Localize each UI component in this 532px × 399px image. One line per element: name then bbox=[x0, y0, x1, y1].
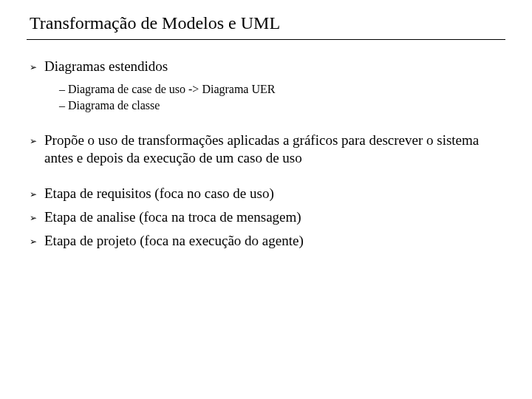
bullet-1-text: Diagramas estendidos bbox=[44, 58, 168, 75]
bullet-3-text: Etapa de requisitos (foca no caso de uso… bbox=[44, 185, 274, 202]
triangle-bullet-icon: ➢ bbox=[30, 185, 44, 202]
slide-title: Transformação de Modelos e UML bbox=[27, 13, 505, 33]
bullet-3: ➢ Etapa de requisitos (foca no caso de u… bbox=[27, 185, 505, 202]
bullet-5: ➢ Etapa de projeto (foca na execução do … bbox=[27, 232, 505, 250]
triangle-bullet-icon: ➢ bbox=[30, 232, 44, 250]
sub-item-2: – Diagrama de classe bbox=[59, 98, 505, 114]
bullet-2-text: Propõe o uso de transformações aplicadas… bbox=[44, 132, 505, 167]
bullet-1-sublist: – Diagrama de case de uso -> Diagrama UE… bbox=[59, 81, 505, 114]
triangle-bullet-icon: ➢ bbox=[30, 58, 44, 75]
triangle-bullet-icon: ➢ bbox=[30, 132, 44, 167]
sub-item-1: – Diagrama de case de uso -> Diagrama UE… bbox=[59, 81, 505, 98]
bullet-4: ➢ Etapa de analise (foca na troca de men… bbox=[27, 208, 505, 226]
bullet-4-text: Etapa de analise (foca na troca de mensa… bbox=[44, 208, 301, 226]
title-divider bbox=[27, 39, 505, 40]
bullet-2: ➢ Propõe o uso de transformações aplicad… bbox=[27, 132, 505, 167]
bullet-1: ➢ Diagramas estendidos bbox=[27, 58, 505, 75]
triangle-bullet-icon: ➢ bbox=[30, 208, 44, 226]
bullet-5-text: Etapa de projeto (foca na execução do ag… bbox=[44, 232, 304, 250]
